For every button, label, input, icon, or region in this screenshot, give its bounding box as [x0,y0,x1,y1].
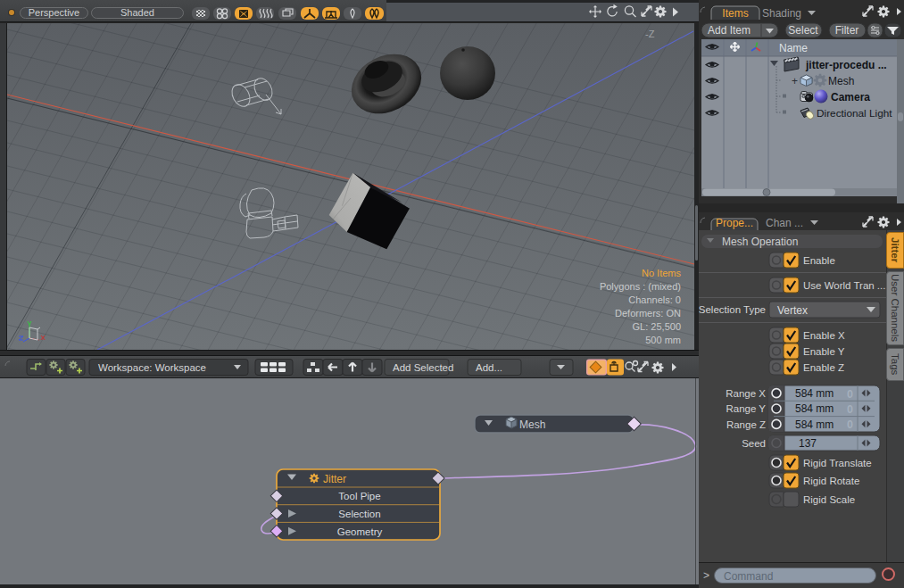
svg-text:137: 137 [799,437,817,450]
svg-text:Name: Name [779,42,808,54]
svg-text:Select: Select [788,24,818,37]
svg-text:Range X: Range X [726,388,766,399]
svg-text:584 mm: 584 mm [795,387,834,400]
svg-text:0: 0 [847,388,853,401]
svg-text:Add...: Add... [476,362,502,373]
svg-text:Selection Type: Selection Type [699,304,766,315]
svg-text:Rigid Scale: Rigid Scale [803,494,855,505]
svg-text:Mesh Operation: Mesh Operation [722,236,798,248]
svg-text:Enable X: Enable X [803,330,845,341]
svg-text:Filter: Filter [835,24,859,37]
svg-text:Use World Tran ...: Use World Tran ... [803,280,885,291]
svg-text:Chan ...: Chan ... [766,217,803,229]
svg-text:Add Selected: Add Selected [393,362,453,373]
svg-text:Mesh: Mesh [519,418,545,431]
svg-text:Jitter: Jitter [323,473,346,485]
svg-text:Camera: Camera [831,91,870,104]
svg-text:jitter-procedu ...: jitter-procedu ... [805,59,887,71]
svg-text:0: 0 [847,403,853,416]
svg-text:Rigid Rotate: Rigid Rotate [803,476,859,486]
svg-text:584 mm: 584 mm [795,418,834,431]
svg-text:Selection: Selection [338,509,380,519]
svg-text:Geometry: Geometry [337,526,383,537]
svg-text:Range Y: Range Y [726,403,766,414]
svg-text:Enable Y: Enable Y [803,346,845,357]
svg-text:584 mm: 584 mm [795,402,834,415]
svg-text:Directional Light: Directional Light [817,107,892,120]
svg-text:Workspace: Workspace: Workspace: Workspace [98,362,206,373]
svg-text:Shading: Shading [762,7,801,20]
svg-text:Items: Items [722,7,748,20]
svg-text:+: + [792,75,798,87]
svg-text:Tool Pipe: Tool Pipe [338,491,380,501]
svg-text:Range Z: Range Z [726,419,766,430]
svg-text:0: 0 [847,418,853,431]
svg-text:Rigid Translate: Rigid Translate [803,458,872,468]
svg-text:Mesh: Mesh [828,75,854,87]
svg-text:Prope...: Prope... [716,217,753,229]
svg-text:Vertex: Vertex [777,304,808,317]
svg-text:Seed: Seed [742,438,766,449]
svg-text:Add Item: Add Item [708,24,751,37]
svg-text:Enable: Enable [803,255,835,266]
svg-text:Enable Z: Enable Z [803,362,844,373]
